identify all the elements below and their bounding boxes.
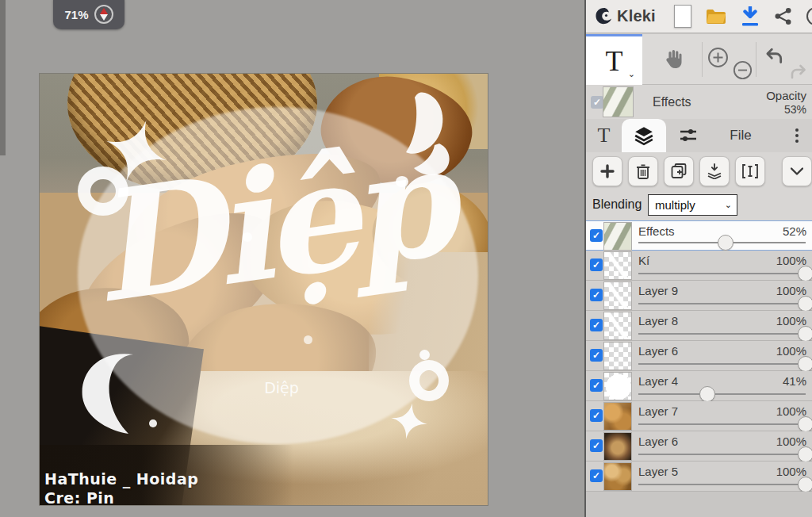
new-image-button[interactable] — [674, 5, 691, 28]
tab-file[interactable]: File — [710, 119, 771, 152]
zoom-out-button[interactable] — [733, 60, 753, 80]
layer-visibility-checkbox[interactable] — [590, 258, 603, 271]
layer-row-0[interactable]: Effects52% — [586, 220, 812, 251]
slider-knob[interactable] — [798, 326, 812, 342]
current-layer-thumbnail — [603, 86, 634, 117]
slider-knob[interactable] — [798, 356, 812, 372]
add-layer-button[interactable] — [592, 156, 622, 186]
layer-visibility-checkbox[interactable] — [590, 319, 603, 331]
slider-knob[interactable] — [798, 416, 812, 432]
layer-opacity-slider[interactable] — [638, 242, 806, 243]
slider-knob[interactable] — [798, 446, 812, 462]
compass-reset-icon[interactable] — [94, 5, 113, 24]
tab-text[interactable]: T — [586, 119, 622, 152]
layer-row-4[interactable]: Layer 6100% — [586, 341, 812, 371]
layer-visibility-checkbox[interactable] — [590, 469, 603, 482]
chevron-down-icon: ⌄ — [725, 200, 732, 210]
text-tool-button[interactable]: T ⌄ — [586, 34, 642, 85]
artwork-caption-text: Diệp — [222, 379, 341, 396]
zoom-badge[interactable]: 71% — [53, 0, 124, 29]
layer-thumbnail — [603, 372, 632, 400]
layer-opacity-slider[interactable] — [638, 393, 806, 395]
layer-opacity-slider[interactable] — [638, 333, 806, 335]
current-layer-visibility-checkbox[interactable] — [591, 96, 603, 109]
layer-name: Layer 7 — [638, 404, 678, 418]
share-icon — [774, 7, 792, 25]
tab-layers[interactable] — [622, 119, 666, 152]
download-button[interactable] — [741, 6, 760, 27]
layer-opacity-value: 100% — [776, 465, 806, 478]
swoosh-icon — [76, 350, 144, 437]
tab-settings[interactable] — [666, 119, 710, 152]
open-file-button[interactable] — [706, 8, 726, 25]
app-topbar: Kleki ? — [586, 0, 812, 33]
kebab-menu-icon — [795, 128, 799, 143]
layer-visibility-checkbox[interactable] — [590, 349, 603, 362]
delete-layer-button[interactable] — [628, 156, 658, 186]
slider-knob[interactable] — [699, 386, 715, 402]
text-tool-icon: T — [606, 47, 623, 75]
slider-knob[interactable] — [798, 296, 812, 312]
layer-visibility-checkbox[interactable] — [590, 229, 603, 242]
layer-opacity-slider[interactable] — [638, 454, 806, 455]
layer-row-5[interactable]: Layer 441% — [586, 371, 812, 401]
layer-visibility-checkbox[interactable] — [590, 379, 603, 392]
panel-empty-area — [586, 492, 812, 517]
expand-panel-button[interactable] — [782, 156, 812, 186]
duplicate-layer-button[interactable] — [664, 156, 694, 186]
layer-opacity-slider[interactable] — [638, 273, 806, 274]
layer-visibility-checkbox[interactable] — [590, 409, 603, 422]
layer-row-3[interactable]: Layer 8100% — [586, 311, 812, 341]
zoom-in-button[interactable] — [707, 47, 729, 68]
layer-opacity-value: 100% — [776, 314, 806, 327]
layer-row-7[interactable]: Layer 6100% — [586, 431, 812, 461]
layer-thumbnail — [603, 432, 632, 461]
layer-opacity-value: 100% — [776, 344, 806, 358]
slider-knob[interactable] — [798, 266, 812, 281]
layer-name: Layer 8 — [638, 314, 678, 327]
layer-row-1[interactable]: Kí100% — [586, 251, 812, 281]
layer-visibility-checkbox[interactable] — [590, 439, 603, 452]
share-button[interactable] — [774, 7, 792, 25]
layer-row-2[interactable]: Layer 9100% — [586, 281, 812, 311]
duplicate-icon — [671, 163, 687, 179]
blending-dropdown[interactable]: multiply ⌄ — [648, 194, 737, 216]
app-brand[interactable]: Kleki — [593, 6, 656, 27]
chevron-down-icon — [791, 167, 803, 175]
new-image-icon — [674, 5, 691, 28]
layer-opacity-slider[interactable] — [638, 423, 806, 425]
slider-knob[interactable] — [798, 477, 812, 492]
more-menu-button[interactable] — [779, 119, 812, 152]
panel-tabs: T File — [586, 119, 812, 152]
app-title: Kleki — [617, 7, 656, 25]
merge-down-button[interactable] — [699, 156, 730, 186]
artwork-canvas[interactable]: Diệp Diệp HaThuie _ Hoidap Cre: Pin — [40, 74, 488, 505]
layer-opacity-slider[interactable] — [638, 363, 806, 365]
dot-icon — [304, 335, 312, 344]
layer-row-8[interactable]: Layer 5100% — [586, 461, 812, 492]
merge-down-icon — [707, 163, 722, 179]
blending-label: Blending — [592, 197, 642, 212]
hand-tool-button[interactable] — [648, 34, 699, 85]
canvas-stage[interactable]: Diệp Diệp HaThuie _ Hoidap Cre: Pin 71% — [0, 0, 584, 517]
dot-icon — [419, 350, 430, 360]
layer-visibility-checkbox[interactable] — [590, 289, 603, 301]
blending-value: multiply — [655, 198, 725, 212]
layer-actions-bar — [586, 152, 812, 190]
redo-button[interactable] — [789, 63, 808, 82]
blending-row: Blending multiply ⌄ — [586, 190, 812, 220]
rename-layer-button[interactable] — [735, 156, 765, 186]
layer-thumbnail — [603, 342, 632, 370]
stage-edge-strip — [0, 0, 6, 155]
slider-knob[interactable] — [718, 235, 733, 251]
undo-button[interactable] — [764, 46, 784, 67]
redo-icon — [789, 63, 808, 82]
layer-opacity-slider[interactable] — [638, 484, 806, 485]
layer-row-6[interactable]: Layer 7100% — [586, 401, 812, 431]
layer-opacity-slider[interactable] — [638, 303, 806, 304]
opacity-value: 53% — [784, 103, 806, 116]
sparkle-icon — [391, 403, 427, 439]
help-button[interactable]: ? — [806, 7, 812, 25]
divider — [756, 42, 756, 77]
dot-icon — [149, 419, 157, 427]
